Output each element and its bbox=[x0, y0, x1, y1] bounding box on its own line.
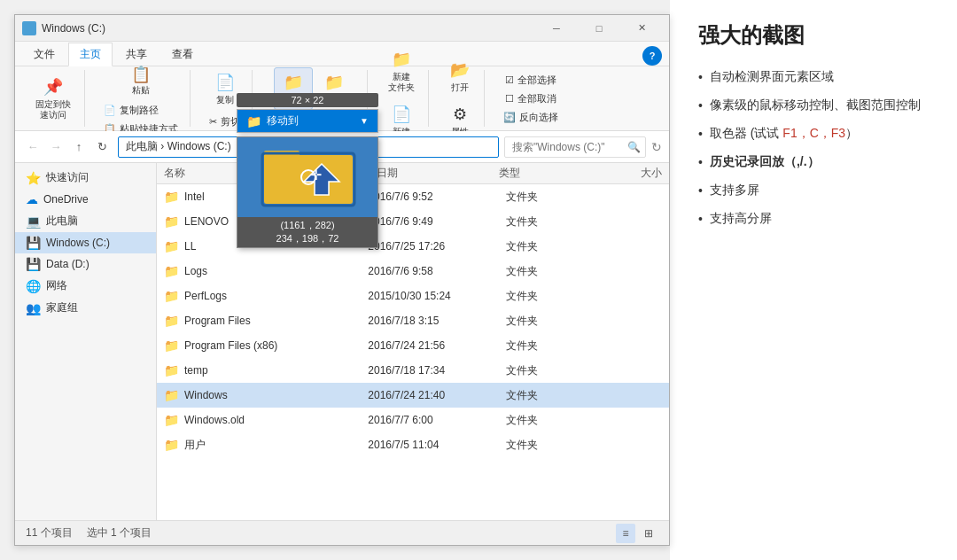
forward-button[interactable]: → bbox=[45, 136, 66, 158]
file-name: Windows bbox=[184, 389, 368, 401]
back-button[interactable]: ← bbox=[22, 136, 43, 158]
color-picker-popup: ✛ (1161，282) 234，198，72 bbox=[237, 136, 378, 248]
file-row-users[interactable]: 📁 用户 2016/7/5 11:04 文件夹 bbox=[157, 432, 669, 457]
feature-text-4: 历史记录回放（,/.） bbox=[710, 152, 820, 171]
feature-item-6: • 支持高分屏 bbox=[698, 209, 929, 229]
color-position-info: (1161，282) 234，198，72 bbox=[237, 217, 377, 247]
file-name: 用户 bbox=[184, 438, 368, 453]
window-icon bbox=[22, 21, 36, 35]
file-row[interactable]: 📁 PerfLogs 2015/10/30 15:24 文件夹 bbox=[157, 284, 669, 308]
cancel-all-icon: ☐ bbox=[505, 93, 514, 105]
file-date: 2016/7/18 3:15 bbox=[368, 315, 505, 327]
file-date: 2016/7/6 9:52 bbox=[368, 191, 505, 203]
copy-path-icon: 📄 bbox=[104, 105, 116, 116]
feature-text-3: 取色器 (试试 F1，C，F3） bbox=[710, 124, 858, 143]
list-view-button[interactable]: ≡ bbox=[616, 524, 635, 543]
file-row[interactable]: 📁 Program Files (x86) 2016/7/24 21:56 文件… bbox=[157, 333, 669, 358]
sidebar-item-onedrive[interactable]: ☁ OneDrive bbox=[15, 189, 156, 210]
file-date: 2016/7/25 17:26 bbox=[368, 240, 505, 253]
sidebar-item-quick-access[interactable]: ⭐ 快速访问 bbox=[15, 167, 156, 189]
file-row[interactable]: 📁 LENOVO 2016/7/6 9:49 文件夹 bbox=[157, 209, 669, 234]
open-button[interactable]: 📂 打开 bbox=[443, 55, 477, 97]
copyto-icon: 📁 bbox=[323, 72, 345, 93]
move-to-dropdown-button[interactable]: 📁 移动到 ▼ bbox=[237, 110, 377, 132]
folder-icon: 📁 bbox=[164, 388, 179, 402]
file-row-windows-old[interactable]: 📁 Windows.old 2016/7/7 6:00 文件夹 bbox=[157, 408, 669, 432]
ribbon-help-button[interactable]: ? bbox=[642, 46, 662, 66]
up-button[interactable]: ↑ bbox=[68, 136, 89, 158]
file-row[interactable]: 📁 LL 2016/7/25 17:26 文件夹 bbox=[157, 234, 669, 259]
file-row[interactable]: 📁 Intel 2016/7/6 9:52 文件夹 bbox=[157, 184, 669, 209]
this-pc-icon: 💻 bbox=[26, 214, 41, 229]
file-name: PerfLogs bbox=[184, 290, 368, 302]
new-folder-label: 新建文件夹 bbox=[388, 72, 415, 93]
file-row[interactable]: 📁 Program Files 2016/7/18 3:15 文件夹 bbox=[157, 308, 669, 333]
sidebar-item-label-this-pc: 此电脑 bbox=[46, 214, 78, 229]
detail-view-button[interactable]: ⊞ bbox=[639, 524, 658, 543]
data-d-icon: 💾 bbox=[26, 257, 41, 271]
file-date: 2016/7/5 11:04 bbox=[368, 439, 505, 451]
folder-icon: 📁 bbox=[164, 438, 179, 452]
sidebar-item-label-network: 网络 bbox=[46, 278, 67, 293]
file-type: 文件夹 bbox=[506, 289, 598, 304]
sidebar-item-windows-c[interactable]: 💾 Windows (C:) bbox=[15, 232, 156, 253]
tab-file[interactable]: 文件 bbox=[22, 43, 66, 66]
copy-label: 复制 bbox=[216, 95, 234, 105]
file-type: 文件夹 bbox=[506, 190, 598, 205]
right-panel: 强大的截图 • 自动检测界面元素区域 • 像素级的鼠标移动控制、截图范围控制 •… bbox=[670, 0, 957, 560]
file-type: 文件夹 bbox=[506, 314, 598, 329]
dimension-badge: 72 × 22 bbox=[237, 93, 378, 107]
file-type: 文件夹 bbox=[506, 438, 598, 453]
col-type: 类型 bbox=[499, 166, 595, 181]
select-all-button[interactable]: ☑ 全部选择 bbox=[501, 72, 561, 89]
folder-icon: 📁 bbox=[164, 338, 179, 353]
copy-path-button[interactable]: 📄 复制路径 bbox=[99, 102, 183, 119]
file-date: 2015/10/30 15:24 bbox=[368, 290, 505, 302]
moveto-icon: 📁 bbox=[283, 72, 304, 93]
network-icon: 🌐 bbox=[26, 279, 41, 293]
tab-home[interactable]: 主页 bbox=[68, 43, 113, 66]
new-folder-icon: 📁 bbox=[391, 49, 412, 70]
color-values: 234，198，72 bbox=[245, 232, 370, 245]
feature-text-2: 像素级的鼠标移动控制、截图范围控制 bbox=[710, 96, 921, 114]
color-position: (1161，282) bbox=[245, 219, 370, 232]
col-size: 大小 bbox=[595, 166, 662, 181]
tab-view[interactable]: 查看 bbox=[160, 43, 205, 66]
feature-item-2: • 像素级的鼠标移动控制、截图范围控制 bbox=[698, 96, 929, 115]
refresh-button[interactable]: ↻ bbox=[91, 136, 113, 158]
file-date: 2016/7/6 9:58 bbox=[368, 265, 505, 277]
maximize-button[interactable]: □ bbox=[579, 19, 619, 37]
bullet-4: • bbox=[698, 153, 703, 172]
sidebar-item-label-homegroup: 家庭组 bbox=[46, 300, 78, 315]
new-folder-button[interactable]: 📁 新建文件夹 bbox=[382, 44, 421, 97]
sidebar-item-this-pc[interactable]: 💻 此电脑 bbox=[15, 210, 156, 232]
sidebar-item-network[interactable]: 🌐 网络 bbox=[15, 275, 156, 297]
open-label: 打开 bbox=[451, 82, 469, 93]
file-date: 2016/7/18 17:34 bbox=[368, 364, 505, 377]
file-row[interactable]: 📁 Logs 2016/7/6 9:58 文件夹 bbox=[157, 259, 669, 284]
view-controls: ≡ ⊞ bbox=[616, 524, 658, 543]
pin-icon: 📌 bbox=[43, 76, 64, 97]
sidebar-item-label-onedrive: OneDrive bbox=[43, 193, 89, 206]
folder-icon: 📁 bbox=[164, 264, 179, 278]
sidebar-item-homegroup[interactable]: 👥 家庭组 bbox=[15, 297, 156, 319]
file-name: Program Files (x86) bbox=[184, 339, 368, 352]
color-picker-graphic: ✛ bbox=[237, 137, 378, 217]
file-row-windows[interactable]: 📁 Windows 2016/7/24 21:40 文件夹 bbox=[157, 383, 669, 408]
file-row[interactable]: 📁 temp 2016/7/18 17:34 文件夹 bbox=[157, 358, 669, 383]
minimize-button[interactable]: ─ bbox=[536, 19, 577, 37]
sidebar-item-data-d[interactable]: 💾 Data (D:) bbox=[15, 253, 156, 275]
pin-to-quickaccess-button[interactable]: 📌 固定到快速访问 bbox=[29, 72, 77, 125]
folder-icon: 📁 bbox=[164, 289, 179, 303]
cancel-all-button[interactable]: ☐ 全部取消 bbox=[501, 90, 561, 107]
ribbon-group-select: ☑ 全部选择 ☐ 全部取消 🔄 反向选择 bbox=[492, 70, 570, 127]
close-button[interactable]: ✕ bbox=[621, 19, 662, 37]
navigation-buttons: ← → ↑ ↻ bbox=[22, 136, 113, 158]
ribbon-tabs: 文件 主页 共享 查看 ? bbox=[15, 42, 669, 66]
paste-button[interactable]: 📋 粘贴 bbox=[124, 59, 158, 100]
select-all-label: 全部选择 bbox=[517, 74, 556, 87]
panel-title: 强大的截图 bbox=[698, 21, 929, 50]
invert-select-button[interactable]: 🔄 反向选择 bbox=[499, 109, 563, 126]
file-type: 文件夹 bbox=[506, 338, 598, 354]
search-input[interactable] bbox=[504, 136, 646, 158]
